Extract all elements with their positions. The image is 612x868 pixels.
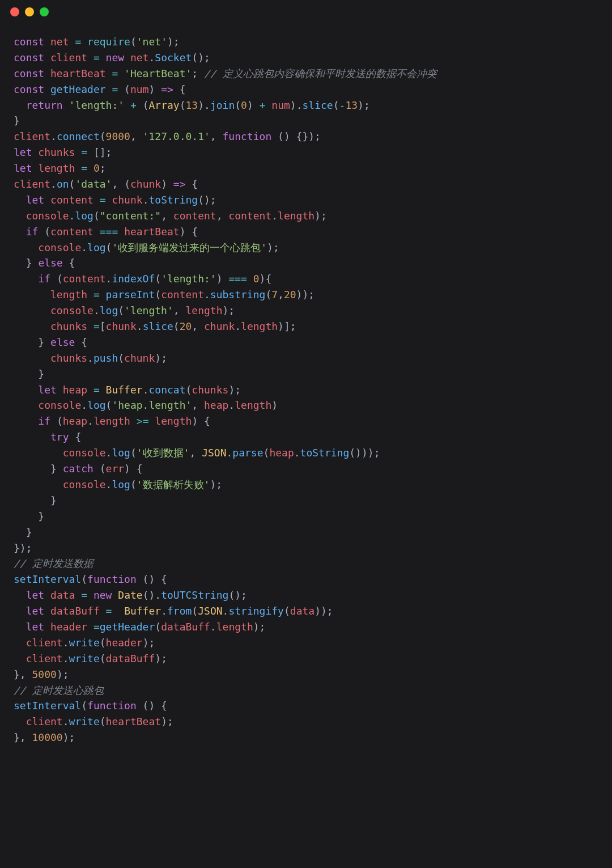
- var-chunks: chunks: [50, 320, 87, 332]
- kw-catch: catch: [63, 463, 94, 475]
- num-20: 20: [180, 320, 192, 332]
- call-getheader: getHeader: [100, 621, 155, 633]
- arg-length: length: [155, 415, 192, 427]
- punc: ;: [192, 67, 198, 79]
- punc: ,: [192, 320, 198, 332]
- punc: ()));: [349, 447, 380, 459]
- punc: }: [38, 368, 44, 380]
- call-log: log: [100, 304, 118, 316]
- num-7: 7: [271, 289, 278, 300]
- arg-chunk: chunk: [106, 320, 137, 332]
- punc: .: [228, 399, 235, 411]
- arg-err: err: [106, 463, 125, 475]
- arg-heartbeat: heartBeat: [106, 715, 162, 727]
- call-log: log: [87, 399, 106, 411]
- num-0: 0: [94, 162, 100, 174]
- obj-array: Array: [148, 99, 179, 111]
- num-0: 0: [241, 99, 247, 111]
- str-ip: '127.0.0.1': [143, 130, 210, 142]
- prop-length: length: [241, 320, 278, 332]
- punc: .: [148, 52, 155, 63]
- obj-date: Date: [118, 589, 142, 601]
- punc: ().: [143, 589, 162, 601]
- minimize-icon[interactable]: [25, 7, 34, 16]
- punc: ){: [260, 273, 272, 285]
- kw-let: let: [26, 605, 45, 617]
- call-log: log: [112, 479, 130, 490]
- call-log: log: [87, 242, 106, 253]
- arg-num: num: [271, 99, 290, 111]
- punc: ): [216, 273, 229, 285]
- str-length: 'length:': [69, 99, 125, 111]
- punc: );: [358, 99, 370, 111]
- op-eq: =: [94, 384, 100, 396]
- punc: .: [94, 304, 100, 316]
- punc: .: [50, 130, 57, 142]
- punc: ).: [198, 99, 210, 111]
- kw-new: new: [106, 52, 125, 63]
- punc: );: [253, 621, 266, 633]
- punc: ).: [290, 99, 303, 111]
- var-content: content: [50, 194, 94, 206]
- kw-let: let: [26, 621, 45, 633]
- arg-chunk: chunk: [112, 194, 142, 206]
- punc: );: [57, 668, 69, 680]
- call-slice: slice: [143, 320, 173, 332]
- punc: );: [267, 242, 279, 253]
- punc: (: [155, 621, 161, 633]
- punc: .: [50, 178, 57, 190]
- op-eq: =: [94, 320, 100, 332]
- maximize-icon[interactable]: [40, 7, 49, 16]
- punc: .: [81, 399, 87, 411]
- punc: );: [143, 637, 155, 649]
- punc: .: [87, 352, 94, 364]
- call-join: join: [210, 99, 235, 111]
- op-eq: =: [100, 194, 106, 206]
- punc: (: [155, 273, 161, 285]
- prop-length: length: [278, 210, 314, 222]
- kw-const: const: [14, 36, 44, 48]
- punc: (: [235, 99, 241, 111]
- punc: ,: [216, 210, 223, 222]
- op-plus: +: [130, 99, 137, 111]
- kw-let: let: [26, 194, 45, 206]
- punc: ): [161, 178, 173, 190]
- call-setinterval: setInterval: [14, 700, 81, 712]
- arg-chunk: chunk: [124, 352, 155, 364]
- call-push: push: [94, 352, 118, 364]
- kw-let: let: [14, 162, 32, 174]
- str-net: 'net': [137, 36, 167, 48]
- punc: .: [271, 210, 278, 222]
- call-log: log: [75, 210, 94, 222]
- var-client: client: [14, 130, 50, 142]
- arg-chunk: chunk: [130, 178, 161, 190]
- var-console: console: [38, 399, 81, 411]
- arg-chunk: chunk: [204, 320, 235, 332]
- punc: {: [69, 431, 82, 443]
- punc: (: [124, 83, 130, 95]
- call-write: write: [69, 715, 100, 727]
- punc: .: [137, 320, 143, 332]
- arg-length: length: [185, 304, 222, 316]
- num-13: 13: [345, 99, 358, 111]
- punc: ,: [210, 130, 216, 142]
- punc: ,: [130, 130, 137, 142]
- call-substring: substring: [210, 289, 266, 300]
- num-10000: 10000: [32, 731, 63, 743]
- punc: (: [69, 178, 75, 190]
- code-content: const net = require('net'); const client…: [0, 24, 612, 759]
- punc: .: [210, 621, 216, 633]
- close-icon[interactable]: [10, 7, 19, 16]
- obj-json: JSON: [202, 447, 226, 459]
- punc: {: [173, 83, 186, 95]
- punc: (: [100, 130, 106, 142]
- punc: (: [143, 99, 149, 111]
- punc: (: [81, 573, 87, 585]
- punc: (: [155, 289, 161, 300]
- punc: (: [100, 715, 106, 727]
- str-received: '收到数据': [137, 447, 190, 459]
- str-data: 'data': [75, 178, 112, 190]
- punc: (: [94, 210, 100, 222]
- punc: .: [106, 479, 112, 490]
- var-chunks: chunks: [38, 146, 75, 158]
